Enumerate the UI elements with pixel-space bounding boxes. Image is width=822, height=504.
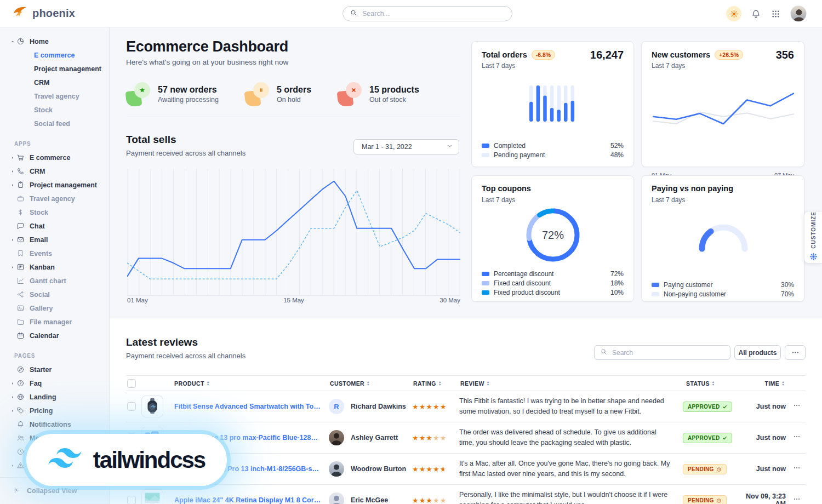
sidebar-item-gantt-chart[interactable]: Gantt chart (0, 274, 109, 288)
review-time: Just now (740, 465, 788, 473)
caret-right-icon (10, 169, 15, 174)
legend-label: Fixed product discount (494, 289, 560, 296)
sidebar-item-label: Events (30, 250, 52, 257)
caret-right-icon (10, 183, 15, 187)
sidebar-item-file-manager[interactable]: File manager (0, 315, 109, 329)
paying-legend-item: Paying customer30% (652, 280, 794, 289)
select-all-checkbox[interactable] (127, 379, 136, 388)
phoenix-logo[interactable]: phoenix (13, 5, 75, 21)
stat-label: On hold (277, 96, 311, 104)
legend-value: 18% (610, 279, 624, 287)
row-menu-button[interactable] (788, 495, 806, 504)
page-title: Ecommerce Dashboard (126, 38, 288, 55)
sidebar-item-travel-agency[interactable]: Travel agency (0, 192, 109, 205)
sidebar-item-home[interactable]: Home (0, 35, 109, 48)
paying-legend-item: Non-paying customer70% (652, 289, 794, 299)
sidebar-item-starter[interactable]: Starter (0, 363, 109, 376)
row-checkbox[interactable] (127, 496, 136, 504)
new-customers-card-title: New customers (652, 50, 710, 59)
notifications-bell-icon[interactable] (751, 9, 761, 19)
column-header-customer[interactable]: CUSTOMER▲▼ (324, 380, 408, 387)
sidebar-item-social[interactable]: Social (0, 288, 109, 301)
user-avatar[interactable] (790, 5, 807, 22)
paying-vs-nonpaying-card: Paying vs non paying Last 7 days Paying … (641, 175, 804, 302)
sidebar: HomeE commerceProject managementCRMTrave… (0, 27, 110, 504)
legend-label: Percentage discount (494, 270, 553, 278)
customer-avatar-initial: R (329, 399, 344, 414)
bookmark-icon (16, 249, 25, 257)
total-sells-subtitle: Payment received across all channels (126, 149, 246, 157)
sidebar-item-label: CRM (30, 168, 45, 175)
kanban-icon (16, 263, 25, 271)
legend-value: 52% (610, 142, 624, 150)
sidebar-item-notifications[interactable]: Notifications (0, 417, 109, 431)
tailwindcss-logo-icon (48, 448, 83, 472)
sidebar-item-faq[interactable]: Faq (0, 376, 109, 390)
column-header-time[interactable]: TIME▲▼ (740, 380, 788, 387)
sidebar-item-project-management[interactable]: Project management (0, 178, 109, 192)
sidebar-item-crm[interactable]: CRM (0, 164, 109, 178)
sidebar-item-calendar[interactable]: Calendar (0, 329, 109, 342)
sidebar-item-label: Stock (30, 209, 48, 216)
row-menu-button[interactable] (788, 464, 806, 474)
theme-toggle-sun-icon[interactable] (726, 6, 741, 21)
rating-stars: ★★★★★ (408, 496, 454, 504)
sidebar-item-e-commerce[interactable]: E commerce (0, 151, 109, 164)
row-menu-button[interactable] (788, 402, 806, 411)
sidebar-item-travel-agency[interactable]: Travel agency (0, 89, 109, 103)
column-header-rating[interactable]: RATING▲▼ (408, 380, 454, 387)
sidebar-item-stock[interactable]: Stock (0, 205, 109, 219)
column-header-product[interactable]: PRODUCT▲▼ (171, 380, 324, 387)
row-menu-button[interactable] (788, 433, 806, 443)
reviews-search[interactable] (594, 345, 730, 360)
all-products-filter-button[interactable]: All products (734, 345, 781, 360)
column-header-status[interactable]: STATUS▲▼ (683, 380, 740, 387)
stat-label: Awaiting processing (158, 96, 219, 104)
reviews-menu-button[interactable] (785, 345, 806, 360)
sort-icon: ▲▼ (438, 381, 442, 386)
product-link[interactable]: Apple iMac 24" 4K Retina Display M1 8 Co… (171, 496, 324, 504)
sidebar-item-e-commerce[interactable]: E commerce (0, 48, 109, 62)
column-header-review[interactable]: REVIEW▲▼ (454, 380, 683, 387)
review-table-row: Fitbit Sense Advanced Smartwatch with To… (126, 391, 806, 422)
stat-value: 5 orders (277, 85, 311, 95)
sidebar-item-project-management[interactable]: Project management (0, 62, 109, 76)
global-search[interactable] (342, 6, 512, 21)
rating-stars: ★★★★★★ (408, 465, 454, 473)
sidebar-item-email[interactable]: Email (0, 233, 109, 247)
reviews-search-input[interactable] (612, 349, 724, 357)
caret-down-icon (10, 39, 15, 44)
legend-label: Fixed card discount (494, 279, 551, 287)
order-stats-row: 57 new ordersAwaiting processing5 orders… (126, 82, 419, 106)
apps-grid-icon[interactable] (770, 9, 781, 19)
dashboard-section: Ecommerce Dashboard Here's what's going … (110, 27, 822, 318)
sidebar-item-social-feed[interactable]: Social feed (0, 117, 109, 130)
sidebar-item-landing[interactable]: Landing (0, 390, 109, 404)
customize-panel-tab[interactable]: CUSTOMIZE (804, 211, 822, 264)
tailwindcss-wordmark: tailwindcss (93, 447, 205, 473)
product-link[interactable]: Fitbit Sense Advanced Smartwatch with To… (171, 403, 324, 410)
star-stat-icon (126, 82, 150, 106)
review-table-row: Apple MacBook Pro 13 inch-M1-8/256GB-spa… (126, 454, 806, 485)
sidebar-item-label: CRM (34, 79, 49, 87)
legend-swatch (652, 283, 659, 287)
sidebar-item-chat[interactable]: Chat (0, 219, 109, 233)
customer-name: Ashley Garrett (351, 434, 398, 442)
x-tick: 30 May (439, 297, 460, 303)
search-input[interactable] (362, 10, 505, 18)
sidebar-item-pricing[interactable]: Pricing (0, 404, 109, 417)
row-checkbox[interactable] (127, 402, 136, 411)
sidebar-item-events[interactable]: Events (0, 247, 109, 260)
users-icon (16, 434, 25, 442)
caret-right-icon (10, 409, 15, 413)
sidebar-item-kanban[interactable]: Kanban (0, 260, 109, 274)
sidebar-item-label: Starter (30, 366, 52, 374)
date-range-select[interactable]: Mar 1 - 31, 2022 (353, 139, 459, 154)
sidebar-item-stock[interactable]: Stock (0, 103, 109, 117)
sidebar-item-crm[interactable]: CRM (0, 76, 109, 89)
sidebar-item-label: Home (30, 38, 49, 45)
sidebar-item-gallery[interactable]: Gallery (0, 301, 109, 315)
sort-icon: ▲▼ (712, 381, 715, 386)
legend-value: 10% (610, 289, 624, 296)
status-badge-approved: APPROVED (683, 433, 732, 443)
